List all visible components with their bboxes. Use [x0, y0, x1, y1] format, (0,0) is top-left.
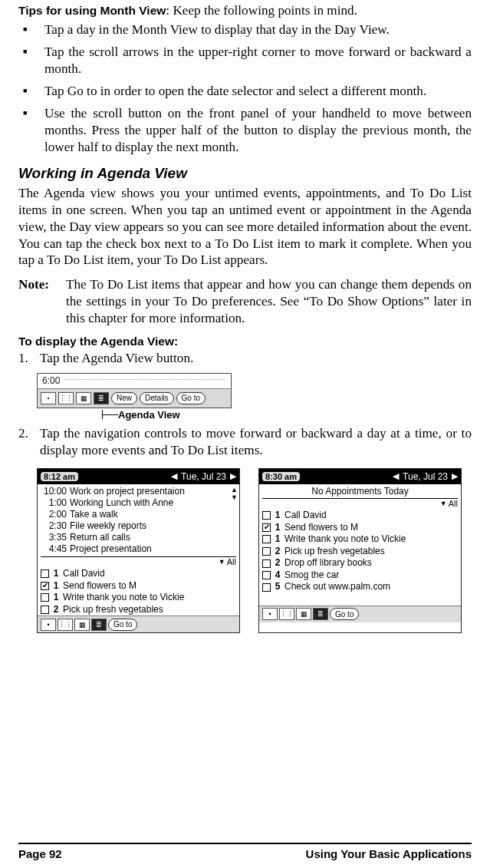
todo-priority: 5 — [274, 581, 281, 593]
next-day-icon[interactable]: ▶ — [230, 471, 236, 481]
no-appointments-label: No Appointments Today — [262, 486, 458, 497]
filter-dropdown-icon[interactable]: ▼ — [219, 558, 225, 566]
appt-time: 1:00 — [41, 497, 67, 509]
todo-row[interactable]: 5Check out www.palm.com — [262, 581, 458, 593]
appointment-row[interactable]: 10:00Work on project presentaion — [41, 486, 236, 497]
goto-button[interactable]: Go to — [176, 392, 206, 404]
todo-row[interactable]: 1Write thank you note to Vickie — [262, 533, 458, 546]
todo-text: Write thank you note to Vickie — [284, 533, 458, 546]
details-button[interactable]: Details — [140, 392, 174, 404]
agenda-view-icon[interactable]: ≣ — [91, 619, 107, 631]
agenda-title-bar: 8:30 am ◀ Tue, Jul 23 ▶ — [259, 469, 461, 484]
day-view-icon[interactable]: • — [41, 392, 56, 404]
callout-connector-h — [103, 414, 118, 415]
scroll-arrows[interactable]: ▲▼ — [231, 486, 238, 501]
tip-item: Use the scroll button on the front panel… — [18, 105, 472, 156]
appt-time: 4:45 — [41, 543, 67, 555]
filter-dropdown-icon[interactable]: ▼ — [440, 500, 447, 507]
todo-text: Smog the car — [284, 569, 458, 582]
week-view-icon[interactable]: ⋮⋮ — [58, 392, 74, 404]
todo-checkbox[interactable]: ✔ — [41, 582, 49, 590]
day-view-icon[interactable]: • — [41, 619, 56, 631]
todo-checkbox[interactable] — [262, 559, 271, 568]
todo-text: Call David — [63, 568, 236, 580]
prev-day-icon[interactable]: ◀ — [171, 471, 177, 481]
todo-checkbox[interactable] — [41, 569, 49, 578]
agenda-view-icon[interactable]: ≣ — [94, 392, 109, 404]
tip-item: Tap the scroll arrows in the upper-right… — [18, 44, 472, 78]
dotted-line — [64, 379, 225, 380]
todo-text: Call David — [284, 510, 458, 522]
clock-display[interactable]: 8:30 am — [262, 472, 300, 481]
note-label: Note: — [18, 276, 57, 327]
tips-list: Tap a day in the Month View to display t… — [18, 21, 472, 156]
todo-row[interactable]: 2Pick up fresh vegetables — [262, 546, 458, 558]
todo-checkbox[interactable] — [262, 571, 271, 579]
view-toolbar: • ⋮⋮ ▦ ≣ Go to — [259, 606, 461, 622]
goto-button[interactable]: Go to — [330, 608, 359, 620]
date-label: Tue, Jul 23 — [403, 471, 448, 482]
agenda-view-icon[interactable]: ≣ — [313, 608, 328, 620]
todo-row[interactable]: 2Drop off library books — [262, 557, 458, 569]
todo-checkbox[interactable] — [41, 606, 49, 614]
filter-label[interactable]: All — [449, 499, 458, 508]
callout-label: Agenda View — [118, 409, 180, 421]
appt-time: 2:00 — [41, 509, 67, 520]
todo-row[interactable]: 4Smog the car — [262, 569, 458, 582]
appointment-row[interactable]: 2:30File weekly reports — [41, 520, 236, 532]
appt-time: 2:30 — [41, 520, 67, 532]
todo-filter-row: ▼All — [41, 556, 236, 566]
time-slot-label: 6:00 — [42, 375, 60, 386]
month-view-icon[interactable]: ▦ — [76, 392, 91, 404]
agenda-paragraph: The Agenda view shows you your untimed e… — [18, 185, 472, 269]
todo-text: Check out www.palm.com — [284, 581, 458, 593]
appt-text: Return all calls — [70, 532, 236, 543]
todo-checkbox[interactable] — [262, 547, 271, 556]
scroll-down-icon[interactable]: ▼ — [231, 493, 238, 501]
todo-checkbox[interactable] — [262, 583, 271, 592]
todo-row[interactable]: 1Call David — [262, 510, 458, 522]
appt-text: Working Lunch with Anne — [70, 497, 236, 509]
month-view-icon[interactable]: ▦ — [296, 608, 311, 620]
todo-checkbox[interactable] — [262, 535, 271, 543]
display-heading: To display the Agenda View: — [18, 335, 472, 348]
todo-row[interactable]: ✔1Send flowers to M — [262, 522, 458, 534]
todo-text: Write thank you note to Vickie — [63, 592, 236, 604]
todo-row[interactable]: 1Call David — [41, 568, 236, 580]
todo-checkbox[interactable]: ✔ — [262, 523, 271, 532]
scroll-up-icon[interactable]: ▲ — [231, 486, 238, 493]
appointment-row[interactable]: 2:00Take a walk — [41, 509, 236, 520]
prev-day-icon[interactable]: ◀ — [393, 471, 399, 481]
appointment-row[interactable]: 4:45Project presentation — [41, 543, 236, 555]
month-view-icon[interactable]: ▦ — [74, 619, 90, 631]
clock-display[interactable]: 8:12 am — [41, 472, 78, 481]
day-view-icon[interactable]: • — [262, 608, 278, 620]
new-button[interactable]: New — [111, 392, 137, 404]
goto-button[interactable]: Go to — [108, 619, 137, 631]
todo-priority: 1 — [274, 510, 281, 522]
appointment-row[interactable]: 3:35Return all calls — [41, 532, 236, 543]
date-navigator: ◀ Tue, Jul 23 ▶ — [393, 471, 458, 482]
view-toolbar: • ⋮⋮ ▦ ≣ New Details Go to — [38, 389, 231, 408]
toolbar-screenshot: 6:00 • ⋮⋮ ▦ ≣ New Details Go to — [37, 373, 232, 408]
todo-priority: 1 — [274, 522, 281, 534]
section-title: Using Your Basic Applications — [306, 847, 472, 860]
todo-checkbox[interactable] — [41, 593, 49, 602]
filter-label[interactable]: All — [227, 557, 236, 566]
appointment-row[interactable]: 1:00Working Lunch with Anne — [41, 497, 236, 509]
agenda-heading: Working in Agenda View — [18, 165, 472, 182]
appt-text: Project presentation — [70, 543, 236, 555]
todo-priority: 2 — [274, 546, 281, 558]
date-navigator: ◀ Tue, Jul 23 ▶ — [171, 471, 236, 482]
todo-row[interactable]: 1Write thank you note to Vickie — [41, 592, 236, 604]
todo-row[interactable]: ✔1Send flowers to M — [41, 580, 236, 592]
next-day-icon[interactable]: ▶ — [452, 471, 458, 481]
agenda-title-bar: 8:12 am ◀ Tue, Jul 23 ▶ — [38, 469, 239, 484]
tip-item: Tap Go to in order to open the date sele… — [18, 83, 472, 100]
todo-row[interactable]: 2Pick up fresh vegetables — [41, 604, 236, 616]
todo-checkbox[interactable] — [262, 511, 271, 520]
week-view-icon[interactable]: ⋮⋮ — [279, 608, 294, 620]
appt-time: 3:35 — [41, 532, 67, 543]
week-view-icon[interactable]: ⋮⋮ — [58, 619, 73, 631]
appt-time: 10:00 — [41, 486, 67, 497]
